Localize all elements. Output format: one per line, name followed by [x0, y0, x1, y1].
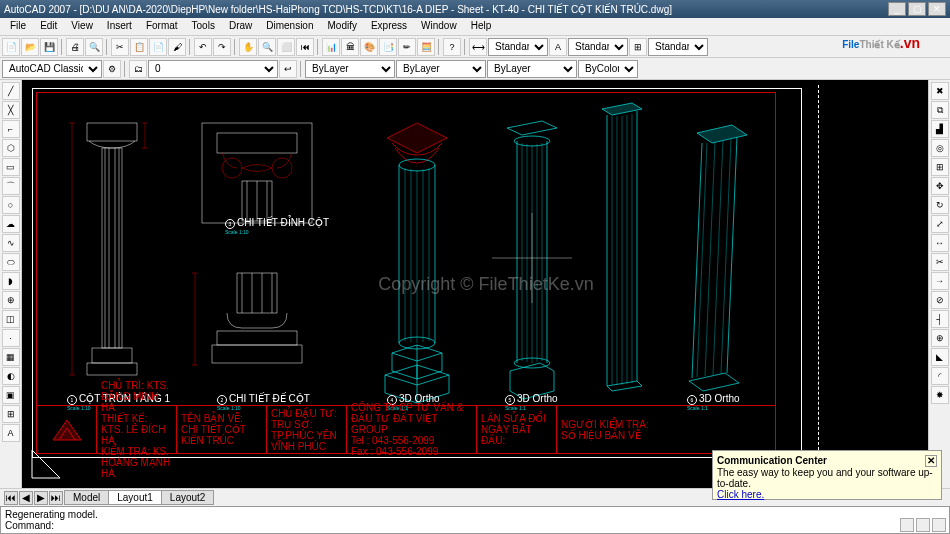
- pan-icon[interactable]: ✋: [239, 38, 257, 56]
- region-icon[interactable]: ▣: [2, 386, 20, 404]
- tab-model[interactable]: Model: [64, 490, 109, 505]
- linetype-combo[interactable]: ByLayer: [396, 60, 486, 78]
- workspace-combo[interactable]: AutoCAD Classic: [2, 60, 102, 78]
- menu-insert[interactable]: Insert: [101, 18, 138, 35]
- menu-edit[interactable]: Edit: [34, 18, 63, 35]
- menu-modify[interactable]: Modify: [322, 18, 363, 35]
- commcenter-link[interactable]: Click here.: [717, 489, 764, 500]
- explode-icon[interactable]: ✸: [931, 386, 949, 404]
- move-icon[interactable]: ✥: [931, 177, 949, 195]
- zoom-icon[interactable]: 🔍: [258, 38, 276, 56]
- plotstyle-combo[interactable]: ByColor: [578, 60, 638, 78]
- hatch-icon[interactable]: ▦: [2, 348, 20, 366]
- circle-icon[interactable]: ○: [2, 196, 20, 214]
- construction-line-icon[interactable]: ╳: [2, 101, 20, 119]
- dim-style-icon[interactable]: ⟷: [469, 38, 487, 56]
- undo-icon[interactable]: ↶: [194, 38, 212, 56]
- rotate-icon[interactable]: ↻: [931, 196, 949, 214]
- stretch-icon[interactable]: ↔: [931, 234, 949, 252]
- make-block-icon[interactable]: ◫: [2, 310, 20, 328]
- tab-last-icon[interactable]: ⏭: [49, 491, 63, 505]
- help-icon[interactable]: ?: [443, 38, 461, 56]
- revcloud-icon[interactable]: ☁: [2, 215, 20, 233]
- mirror-icon[interactable]: ▟: [931, 120, 949, 138]
- menu-format[interactable]: Format: [140, 18, 184, 35]
- drawing-canvas[interactable]: 1CỘT TRÒN TẦNG 1 Scale 1:10: [22, 80, 950, 488]
- menu-help[interactable]: Help: [465, 18, 498, 35]
- copy-icon[interactable]: 📋: [130, 38, 148, 56]
- color-combo[interactable]: ByLayer: [305, 60, 395, 78]
- zoom-previous-icon[interactable]: ⏮: [296, 38, 314, 56]
- ellipse-arc-icon[interactable]: ◗: [2, 272, 20, 290]
- properties-icon[interactable]: 📊: [322, 38, 340, 56]
- array-icon[interactable]: ⊞: [931, 158, 949, 176]
- menu-draw[interactable]: Draw: [223, 18, 258, 35]
- copy-obj-icon[interactable]: ⧉: [931, 101, 949, 119]
- erase-icon[interactable]: ✖: [931, 82, 949, 100]
- table-style-icon[interactable]: ⊞: [629, 38, 647, 56]
- line-icon[interactable]: ╱: [2, 82, 20, 100]
- layer-props-icon[interactable]: 🗂: [129, 60, 147, 78]
- trim-icon[interactable]: ✂: [931, 253, 949, 271]
- paste-icon[interactable]: 📄: [149, 38, 167, 56]
- table-icon[interactable]: ⊞: [2, 405, 20, 423]
- commcenter-close-icon[interactable]: ✕: [925, 455, 937, 467]
- rectangle-icon[interactable]: ▭: [2, 158, 20, 176]
- menu-file[interactable]: File: [4, 18, 32, 35]
- command-line[interactable]: Regenerating model. Command:: [0, 506, 950, 534]
- dim-style-combo[interactable]: Standard: [488, 38, 548, 56]
- sheet-set-icon[interactable]: 📑: [379, 38, 397, 56]
- tool-palettes-icon[interactable]: 🎨: [360, 38, 378, 56]
- markup-icon[interactable]: ✏: [398, 38, 416, 56]
- insert-block-icon[interactable]: ⊕: [2, 291, 20, 309]
- tray-lock-icon[interactable]: [916, 518, 930, 532]
- join-icon[interactable]: ⊕: [931, 329, 949, 347]
- maximize-button[interactable]: ▢: [908, 2, 926, 16]
- table-style-combo[interactable]: Standard: [648, 38, 708, 56]
- tray-tools-icon[interactable]: [932, 518, 946, 532]
- mtext-icon[interactable]: A: [2, 424, 20, 442]
- spline-icon[interactable]: ∿: [2, 234, 20, 252]
- new-icon[interactable]: 📄: [2, 38, 20, 56]
- text-style-icon[interactable]: A: [549, 38, 567, 56]
- match-props-icon[interactable]: 🖌: [168, 38, 186, 56]
- extend-icon[interactable]: →: [931, 272, 949, 290]
- break-icon[interactable]: ┤: [931, 310, 949, 328]
- menu-dimension[interactable]: Dimension: [260, 18, 319, 35]
- tab-first-icon[interactable]: ⏮: [4, 491, 18, 505]
- tab-layout2[interactable]: Layout2: [161, 490, 215, 505]
- layer-previous-icon[interactable]: ↩: [279, 60, 297, 78]
- cut-icon[interactable]: ✂: [111, 38, 129, 56]
- polygon-icon[interactable]: ⬡: [2, 139, 20, 157]
- plot-preview-icon[interactable]: 🔍: [85, 38, 103, 56]
- open-icon[interactable]: 📂: [21, 38, 39, 56]
- arc-icon[interactable]: ⌒: [2, 177, 20, 195]
- menu-tools[interactable]: Tools: [186, 18, 221, 35]
- save-icon[interactable]: 💾: [40, 38, 58, 56]
- text-style-combo[interactable]: Standard: [568, 38, 628, 56]
- menu-window[interactable]: Window: [415, 18, 463, 35]
- design-center-icon[interactable]: 🏛: [341, 38, 359, 56]
- scale-icon[interactable]: ⤢: [931, 215, 949, 233]
- menu-view[interactable]: View: [65, 18, 99, 35]
- fillet-icon[interactable]: ◜: [931, 367, 949, 385]
- workspace-settings-icon[interactable]: ⚙: [103, 60, 121, 78]
- tab-prev-icon[interactable]: ◀: [19, 491, 33, 505]
- zoom-window-icon[interactable]: ⬜: [277, 38, 295, 56]
- polyline-icon[interactable]: ⌐: [2, 120, 20, 138]
- tab-layout1[interactable]: Layout1: [108, 490, 162, 505]
- print-icon[interactable]: 🖨: [66, 38, 84, 56]
- quickcalc-icon[interactable]: 🧮: [417, 38, 435, 56]
- tray-comm-icon[interactable]: [900, 518, 914, 532]
- minimize-button[interactable]: _: [888, 2, 906, 16]
- chamfer-icon[interactable]: ◣: [931, 348, 949, 366]
- layer-combo[interactable]: 0: [148, 60, 278, 78]
- tab-next-icon[interactable]: ▶: [34, 491, 48, 505]
- point-icon[interactable]: ·: [2, 329, 20, 347]
- menu-express[interactable]: Express: [365, 18, 413, 35]
- offset-icon[interactable]: ◎: [931, 139, 949, 157]
- gradient-icon[interactable]: ◐: [2, 367, 20, 385]
- lineweight-combo[interactable]: ByLayer: [487, 60, 577, 78]
- ellipse-icon[interactable]: ⬭: [2, 253, 20, 271]
- redo-icon[interactable]: ↷: [213, 38, 231, 56]
